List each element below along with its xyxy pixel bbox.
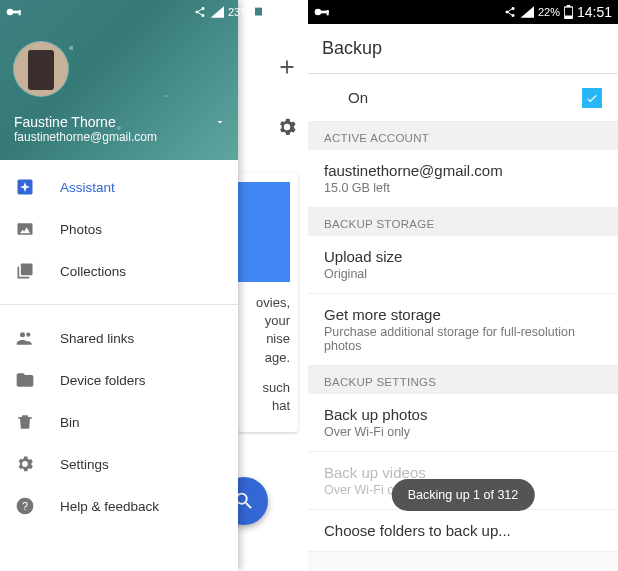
avatar[interactable] [14, 42, 68, 96]
svg-point-13 [315, 9, 322, 16]
svg-rect-2 [19, 10, 21, 15]
page-title: Backup [308, 24, 618, 74]
section-backup-settings: BACKUP SETTINGS [308, 366, 618, 394]
people-icon [14, 328, 36, 348]
svg-rect-15 [327, 10, 329, 15]
menu-shared[interactable]: Shared links [0, 317, 238, 359]
status-bar-right: 22% 14:51 [308, 0, 618, 24]
menu-bin[interactable]: Bin [0, 401, 238, 443]
add-icon[interactable] [276, 56, 298, 82]
svg-point-10 [26, 333, 30, 337]
svg-point-9 [20, 332, 25, 337]
divider [0, 304, 238, 305]
get-more-storage-row[interactable]: Get more storage Purchase additional sto… [308, 294, 618, 366]
svg-rect-5 [255, 8, 262, 16]
share-icon [194, 6, 206, 18]
section-backup-storage: BACKUP STORAGE [308, 208, 618, 236]
upload-size-row[interactable]: Upload size Original [308, 236, 618, 294]
gear-icon[interactable] [276, 116, 298, 142]
checkbox-icon[interactable] [582, 88, 602, 108]
section-active-account: ACTIVE ACCOUNT [308, 122, 618, 150]
menu-collections[interactable]: Collections [0, 250, 238, 292]
assistant-icon [14, 177, 36, 197]
battery-pct: 23% [228, 6, 250, 18]
card-text: ovies, [238, 294, 290, 312]
svg-rect-4 [257, 5, 261, 7]
trash-icon [14, 412, 36, 432]
drawer-header[interactable]: Faustine Thorne faustinethorne@gmail.com [0, 0, 238, 160]
menu-assistant[interactable]: Assistant [0, 166, 238, 208]
svg-point-0 [7, 9, 14, 16]
menu-label: Assistant [60, 180, 115, 195]
drawer-menu: Assistant Photos Collections [0, 160, 238, 298]
menu-help[interactable]: ? Help & feedback [0, 485, 238, 527]
promo-card[interactable]: ovies, your nise age. such hat [238, 172, 298, 432]
collections-icon [14, 261, 36, 281]
backup-toggle-row[interactable]: On [308, 74, 618, 122]
gear-icon [14, 454, 36, 474]
active-account-row[interactable]: faustinethorne@gmail.com 15.0 GB left [308, 150, 618, 208]
nav-drawer: Faustine Thorne faustinethorne@gmail.com… [0, 0, 238, 571]
svg-rect-8 [21, 264, 33, 276]
backup-progress-toast: Backing up 1 of 312 [392, 479, 535, 511]
battery-icon [254, 5, 263, 19]
left-phone: ovies, your nise age. such hat 23% 14:51… [0, 0, 308, 571]
svg-rect-18 [565, 8, 572, 16]
menu-photos[interactable]: Photos [0, 208, 238, 250]
svg-text:?: ? [22, 500, 28, 512]
toggle-label: On [324, 89, 368, 106]
battery-icon [564, 5, 573, 19]
menu-folders[interactable]: Device folders [0, 359, 238, 401]
battery-pct: 22% [538, 6, 560, 18]
chevron-down-icon[interactable] [214, 114, 226, 132]
signal-icon [210, 6, 224, 18]
menu-settings[interactable]: Settings [0, 443, 238, 485]
status-bar-left: 23% 14:51 [0, 0, 308, 24]
svg-rect-17 [567, 5, 571, 7]
share-icon [504, 6, 516, 18]
help-icon: ? [14, 496, 36, 516]
backup-photos-row[interactable]: Back up photos Over Wi-Fi only [308, 394, 618, 452]
photos-icon [14, 219, 36, 239]
status-time: 14:51 [577, 4, 612, 20]
right-phone: 22% 14:51 Backup On ACTIVE ACCOUNT faust… [308, 0, 618, 571]
settings-list: On ACTIVE ACCOUNT faustinethorne@gmail.c… [308, 74, 618, 571]
status-time: 14:51 [267, 4, 302, 20]
choose-folders-row[interactable]: Choose folders to back up... [308, 510, 618, 552]
signal-icon [520, 6, 534, 18]
account-email: faustinethorne@gmail.com [14, 130, 224, 144]
folder-icon [14, 370, 36, 390]
account-name: Faustine Thorne [14, 114, 224, 130]
